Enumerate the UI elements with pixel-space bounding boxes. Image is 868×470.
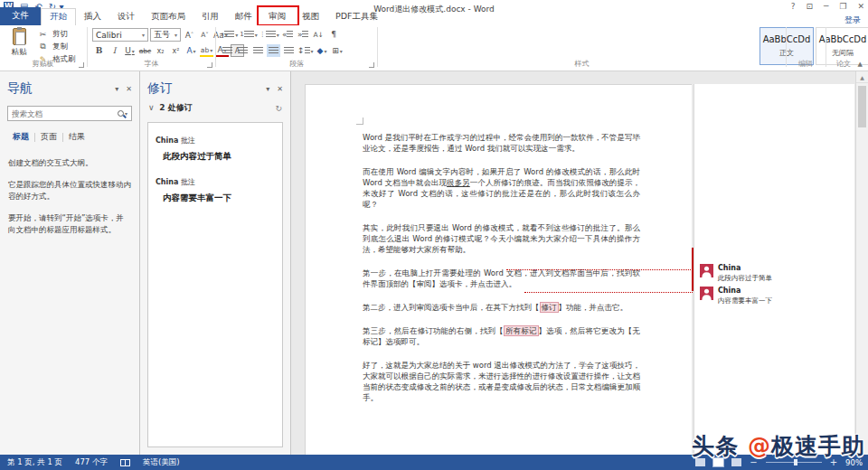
copy-button[interactable]: ⧉复制 xyxy=(36,41,76,52)
revisions-pane-close-icon[interactable]: ✕ xyxy=(277,85,283,93)
italic-icon[interactable]: I xyxy=(108,44,121,57)
scroll-up-icon[interactable]: ▲ xyxy=(856,71,868,83)
doc-paragraph[interactable]: 第三步，然后在修订功能的右侧，找到【所有标记】选项，然后将它更改为【无标记】选项… xyxy=(363,325,640,347)
paragraph-dialog-launcher[interactable] xyxy=(369,62,374,68)
doc-paragraph[interactable]: 第一步，在电脑上打开需要处理的 Word 文档，进入到文档界面当中后，找到软件界… xyxy=(363,268,640,289)
multilevel-list-icon[interactable]: ⋮▾ xyxy=(259,28,279,41)
revision-item[interactable]: China 批注此段内容过于简单 xyxy=(156,136,275,163)
doc-paragraph[interactable]: 而在使用 Word 编辑文字内容时，如果开启了 Word 的修改模式的话，那么此… xyxy=(363,166,640,210)
main-area: 导航 ▾ ✕ ▾ 标题页面结果 创建文档的交互式大纲。它是跟踪您的具体位置或快速… xyxy=(0,71,868,455)
revisions-pane: 修订 ▾ ✕ ∨ 2 处修订 ↻ China 批注此段内容过于简单China 批… xyxy=(140,71,291,455)
nav-tab[interactable]: 结果 xyxy=(63,129,90,145)
ribbon-tab[interactable]: PDF工具集 xyxy=(327,9,386,25)
help-icon[interactable]: ? xyxy=(791,2,796,11)
borders-icon[interactable]: ⊞▾ xyxy=(331,44,344,57)
editing-group-label: 编辑 xyxy=(787,59,825,69)
show-marks-icon[interactable]: ¶ xyxy=(327,28,341,41)
subscript-icon[interactable]: x₂ xyxy=(154,44,167,57)
nav-description: 创建文档的交互式大纲。它是跟踪您的具体位置或快速移动内容的好方式。要开始，请转到… xyxy=(8,157,131,236)
ribbon-tab[interactable]: 页面布局 xyxy=(143,9,193,25)
search-input[interactable] xyxy=(12,109,118,118)
comment-connector-2 xyxy=(524,292,693,293)
ribbon-tab[interactable]: 插入 xyxy=(76,9,109,25)
superscript-icon[interactable]: x² xyxy=(169,44,183,57)
restore-icon[interactable]: ❐ xyxy=(839,2,846,11)
doc-paragraph[interactable]: Word 是我们平时在工作或学习的过程中，经常会使用到的一款软件，不管是写毕业论… xyxy=(363,132,640,154)
nav-pane-close-icon[interactable]: ✕ xyxy=(126,85,132,93)
ribbon-display-icon[interactable]: ⊡ xyxy=(806,2,813,11)
collapse-ribbon-icon[interactable]: ▲ xyxy=(858,61,863,68)
paste-icon xyxy=(13,28,26,45)
title-bar: W ▤ ↶ ↻ ▾ Word退出修改模式.docx - Word ? ⊡ ─ ❐… xyxy=(0,0,868,25)
bold-icon[interactable]: B xyxy=(92,44,106,57)
revisions-collapse-icon[interactable]: ∨ xyxy=(148,103,159,112)
watermark-at: @ xyxy=(748,433,771,459)
ribbon-tab[interactable]: 引用 xyxy=(193,9,227,25)
nav-description-paragraph: 创建文档的交互式大纲。 xyxy=(8,157,131,169)
margin-comment[interactable]: China此段内容过于简单 xyxy=(700,264,772,283)
revisions-pane-menu-icon[interactable]: ▾ xyxy=(266,85,269,93)
search-icon[interactable] xyxy=(118,110,124,117)
vertical-scrollbar[interactable]: ▲ xyxy=(855,71,868,455)
line-spacing-icon[interactable]: ↕▾ xyxy=(297,44,314,57)
page-indicator[interactable]: 第 1 页, 共 1 页 xyxy=(7,457,62,468)
ribbon-tab[interactable]: 邮件 xyxy=(227,9,260,25)
grow-font-icon[interactable]: Aˆ xyxy=(183,29,196,42)
shrink-font-icon[interactable]: Aˇ xyxy=(198,29,212,42)
ribbon-tab[interactable]: 设计 xyxy=(109,9,143,25)
strikethrough-icon[interactable]: abc xyxy=(138,44,152,57)
font-dialog-launcher[interactable] xyxy=(207,62,212,68)
minimize-icon[interactable]: ─ xyxy=(824,2,828,11)
cut-button[interactable]: ✂剪切 xyxy=(36,28,76,40)
comment-connector-1 xyxy=(506,269,693,270)
margin-comment[interactable]: China内容需要丰富一下 xyxy=(700,287,772,306)
ribbon-tab[interactable]: 文件 xyxy=(0,7,41,25)
nav-tab[interactable]: 页面 xyxy=(35,129,62,145)
doc-paragraph[interactable]: 其实，此时我们只要退出 Word 的修改模式，就看不到这些修订的批注了。那么到底… xyxy=(363,222,640,255)
nav-tabs: 标题页面结果 xyxy=(7,129,132,145)
ribbon-tab[interactable]: 审阅 xyxy=(260,9,294,25)
word-count[interactable]: 477 个字 xyxy=(75,457,108,468)
distribute-icon[interactable] xyxy=(282,44,296,57)
nav-tab[interactable]: 标题 xyxy=(7,129,34,145)
revisions-refresh-icon[interactable]: ↻ xyxy=(275,104,282,113)
nav-description-paragraph: 它是跟踪您的具体位置或快速移动内容的好方式。 xyxy=(8,179,131,202)
shading-icon[interactable]: ◆▾ xyxy=(316,44,329,57)
underline-icon[interactable]: U▾ xyxy=(123,44,137,57)
scrollbar-thumb[interactable] xyxy=(858,86,866,127)
font-size-combo[interactable]: 五号▾ xyxy=(150,28,181,42)
margin-crop-mark xyxy=(356,118,363,125)
clipboard-group-label: 剪贴板 xyxy=(0,59,86,69)
zoom-slider[interactable] xyxy=(766,462,822,463)
align-left-icon[interactable] xyxy=(221,44,234,57)
sort-icon[interactable]: A↓ xyxy=(312,28,326,41)
search-box[interactable]: ▾ xyxy=(7,106,132,121)
bullets-icon[interactable]: •▾ xyxy=(221,28,238,41)
close-icon[interactable]: ✕ xyxy=(857,2,864,11)
paper-group: 论文查重 论文 xyxy=(826,25,861,70)
revision-item[interactable]: China 批注内容需要丰富一下 xyxy=(156,177,275,204)
font-name-combo[interactable]: Calibri▾ xyxy=(92,28,148,42)
paragraph-group: •▾ 1▾ ⋮▾ « » A↓ ¶ ↕▾ ◆▾ ⊞▾ 段落 xyxy=(217,25,376,70)
nav-description-paragraph: 要开始，请转到“开始”选项卡，并向文档中的标题应用标题样式。 xyxy=(8,212,131,236)
doc-paragraph[interactable]: 第二步，进入到审阅选项卡当中后，在其下方找到【修订】功能，并点击它。 xyxy=(363,302,640,313)
nav-pane-menu-icon[interactable]: ▾ xyxy=(115,85,118,93)
document-area: Word 是我们平时在工作或学习的过程中，经常会使用到的一款软件，不管是写毕业论… xyxy=(291,71,855,455)
language-indicator[interactable]: 英语(美国) xyxy=(143,457,180,468)
text-effects-icon[interactable]: A▾ xyxy=(184,44,198,57)
highlight-color-icon[interactable]: ab▾ xyxy=(200,44,213,57)
cut-icon: ✂ xyxy=(36,28,50,41)
proofing-icon[interactable] xyxy=(120,459,130,466)
font-group: Calibri▾ 五号▾ Aˆ Aˇ Aa▾ B I U▾ abc x₂ x² … xyxy=(89,25,214,70)
ribbon-tab[interactable]: 视图 xyxy=(294,9,327,25)
clipboard-dialog-launcher[interactable] xyxy=(79,62,84,68)
align-center-icon[interactable] xyxy=(236,44,250,57)
decrease-indent-icon[interactable]: « xyxy=(281,28,295,41)
justify-icon[interactable] xyxy=(267,44,280,57)
doc-paragraph[interactable]: 好了，这就是为大家总结的关于 word 退出修改模式的方法了，学会了这项技巧，大… xyxy=(363,360,640,403)
numbering-icon[interactable]: 1▾ xyxy=(240,28,257,41)
increase-indent-icon[interactable]: » xyxy=(297,28,310,41)
align-right-icon[interactable] xyxy=(251,44,265,57)
ribbon-tab[interactable]: 开始 xyxy=(41,8,76,25)
ribbon-tabs: 文件开始插入设计页面布局引用邮件审阅视图PDF工具集 xyxy=(0,10,386,25)
